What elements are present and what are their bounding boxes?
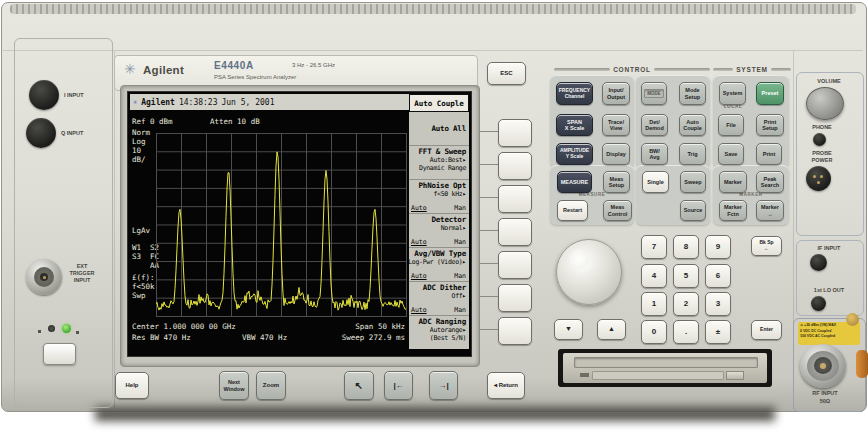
span-annotation: Span 50 kHz	[355, 322, 405, 331]
return-button[interactable]: ◂ Return	[487, 372, 525, 399]
print-button[interactable]: Print	[756, 143, 782, 165]
keypad-7[interactable]: 7	[641, 235, 667, 259]
prev-window-arrow-button[interactable]: ↖	[344, 371, 374, 400]
power-on-led	[62, 324, 71, 333]
help-button[interactable]: Help	[115, 372, 149, 399]
softkey-button-1[interactable]	[498, 119, 532, 147]
volume-label: VOLUME	[796, 78, 862, 85]
keypad-4[interactable]: 4	[641, 264, 667, 288]
softkey-button-7[interactable]	[498, 317, 532, 345]
softkey-lead-line	[480, 329, 498, 330]
frequency-channel-button[interactable]: FREQUENCY Channel	[556, 82, 593, 105]
meas-setup-button[interactable]: Meas Setup	[603, 171, 630, 193]
vbw-annotation: VBW 470 Hz	[242, 333, 287, 342]
keypad-1[interactable]: 1	[641, 292, 667, 316]
meas-control-button[interactable]: Meas Control	[603, 200, 632, 221]
panel-seam	[114, 51, 115, 409]
screen-date: Jun 5, 2001	[221, 98, 274, 107]
keypad-5[interactable]: 5	[673, 264, 699, 288]
keypad-6[interactable]: 6	[705, 264, 731, 288]
softkey-button-4[interactable]	[498, 218, 532, 246]
power-button[interactable]	[43, 343, 76, 365]
ext-trigger-label: EXT TRIGGER INPUT	[64, 263, 100, 284]
keypad-9[interactable]: 9	[705, 235, 731, 259]
crt-screen: ✳ Agilent 14:38:23 Jun 5, 2001 Auto Coup…	[127, 91, 472, 357]
keypad-plus-minus[interactable]: ±	[705, 320, 731, 344]
agilent-spark-icon: ✳	[124, 61, 136, 77]
mode-button[interactable]: MODE	[641, 82, 667, 105]
screen-time: 14:38:23	[179, 98, 218, 107]
marker-to-button[interactable]: Marker →	[756, 200, 784, 221]
restart-button[interactable]: Restart	[557, 200, 588, 221]
auto-couple-button[interactable]: Auto Couple	[679, 114, 706, 136]
model-number: E4440A	[214, 60, 254, 71]
marker-button[interactable]: Marker	[719, 171, 747, 193]
softkey-button-6[interactable]	[498, 284, 532, 312]
trig-button[interactable]: Trig	[679, 143, 706, 165]
softkey-label-avg-vbw-type: Avg/VBW Type Log-Pwr (Video)▸ AutoMan	[409, 248, 469, 282]
step-up-button[interactable]: ▲	[597, 319, 626, 340]
keypad-2[interactable]: 2	[673, 292, 699, 316]
softkey-button-3[interactable]	[498, 185, 532, 213]
preset-button[interactable]: Preset	[756, 82, 784, 105]
source-button[interactable]: Source	[680, 200, 706, 221]
series-name: PSA Series Spectrum Analyzer	[214, 74, 296, 80]
ext-trigger-bnc-connector	[26, 259, 62, 295]
floppy-activity-led	[580, 373, 589, 377]
next-window-button[interactable]: Next Window	[219, 371, 249, 400]
step-down-button[interactable]: ▼	[554, 319, 583, 340]
optimization-flags-annotation: £(f): f<50k Swp	[132, 273, 155, 300]
trace-view-button[interactable]: Trace/ View	[602, 114, 630, 136]
system-button[interactable]: System	[719, 82, 746, 105]
q-input-connector	[26, 118, 56, 148]
rpg-knob[interactable]	[556, 239, 622, 305]
rf-input-connector	[800, 344, 846, 388]
keypad-3[interactable]: 3	[705, 292, 731, 316]
screen-spark-icon: ✳	[133, 98, 137, 106]
floppy-eject-button[interactable]	[726, 371, 744, 380]
softkey-lead-line	[480, 131, 498, 132]
bw-avg-button[interactable]: BW/ Avg	[641, 143, 668, 165]
esc-button[interactable]: ESC	[487, 62, 526, 85]
save-button[interactable]: Save	[718, 143, 744, 165]
softkey-menu-title: Auto Couple	[409, 94, 469, 112]
print-setup-button[interactable]: Print Setup	[756, 114, 784, 136]
q-input-label: Q INPUT	[61, 130, 83, 137]
volume-knob[interactable]	[806, 87, 844, 120]
tab-right-button[interactable]: →|	[429, 371, 458, 400]
span-x-scale-button[interactable]: SPAN X Scale	[556, 114, 593, 136]
screen-status-bar: ✳ Agilent 14:38:23 Jun 5, 2001	[130, 94, 413, 110]
display-button[interactable]: Display	[602, 143, 630, 165]
mode-setup-button[interactable]: Mode Setup	[679, 82, 706, 105]
floppy-drive	[558, 349, 772, 387]
floppy-door	[592, 371, 724, 380]
tab-left-button[interactable]: |←	[384, 371, 413, 400]
amplitude-y-scale-button[interactable]: AMPLITUDE Y Scale	[556, 143, 593, 165]
rf-input-label: RF INPUT	[793, 390, 857, 397]
ref-level-annotation: Ref 0 dBm	[132, 117, 173, 126]
softkey-lead-line	[480, 230, 498, 231]
peak-search-button[interactable]: Peak Search	[756, 171, 784, 193]
marker-fctn-button[interactable]: Marker Fctn	[719, 200, 747, 221]
sweep-button[interactable]: Sweep	[680, 171, 706, 193]
measure-button[interactable]: MEASURE	[557, 171, 592, 193]
input-output-button[interactable]: Input/ Output	[602, 82, 630, 105]
keypad-decimal[interactable]: .	[673, 320, 699, 344]
file-button[interactable]: File	[718, 114, 744, 136]
connector-cap-gold	[846, 313, 859, 326]
single-button[interactable]: Single	[642, 171, 669, 193]
keypad-0[interactable]: 0	[641, 320, 667, 344]
keypad-8[interactable]: 8	[673, 235, 699, 259]
softkey-button-2[interactable]	[498, 152, 532, 180]
backspace-button[interactable]: Bk Sp ←	[751, 236, 782, 256]
rf-impedance-label: 50Ω	[793, 398, 857, 405]
spectrum-trace	[156, 133, 406, 316]
softkey-label-column: Auto All FFT & Sweep Auto:Best▸ Dynamic …	[409, 112, 469, 349]
softkey-button-5[interactable]	[498, 251, 532, 279]
zoom-button[interactable]: Zoom	[256, 371, 286, 400]
det-demod-button[interactable]: Det/ Demod	[641, 114, 668, 136]
softkey-label-phnoise-opt: PhNoise Opt f<50 kHz▸ AutoMan	[409, 180, 469, 214]
enter-button[interactable]: Enter	[751, 320, 782, 340]
softkey-lead-line	[480, 296, 498, 297]
vent-grille	[10, 4, 856, 14]
